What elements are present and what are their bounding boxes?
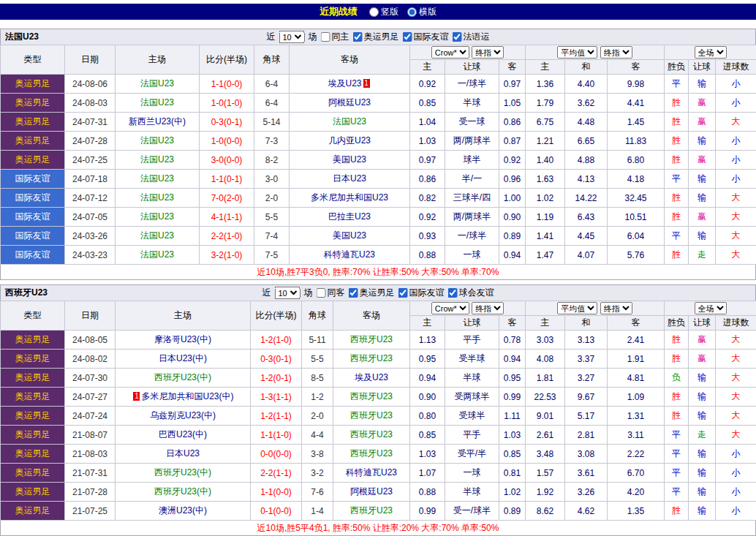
team-link[interactable]: 西班牙U23(中) bbox=[154, 372, 211, 382]
team-link[interactable]: 日本U23 bbox=[333, 173, 366, 184]
team-link[interactable]: 法国U23 bbox=[140, 249, 174, 260]
home-team-cell[interactable]: 西班牙U23(中) bbox=[116, 464, 251, 483]
home-team-cell[interactable]: 法国U23 bbox=[116, 227, 200, 246]
checkbox-input[interactable] bbox=[317, 288, 326, 298]
team-link[interactable]: 乌兹别克U23(中) bbox=[150, 410, 216, 420]
average-select[interactable]: 平均值 bbox=[557, 46, 597, 58]
home-team-cell[interactable]: 日本U23(中) bbox=[116, 350, 251, 369]
home-team-cell[interactable]: 1多米尼加共和国U23(中) bbox=[116, 388, 251, 407]
filter-checkbox[interactable]: 法语运 bbox=[453, 31, 490, 43]
home-team-cell[interactable]: 澳洲U23(中) bbox=[116, 502, 251, 521]
away-team-cell[interactable]: 巴拉圭U23 bbox=[290, 208, 410, 227]
filter-checkbox[interactable]: 球会友谊 bbox=[448, 287, 494, 299]
filter-checkbox[interactable]: 奥运男足 bbox=[353, 31, 399, 43]
team-link[interactable]: 法国U23 bbox=[140, 230, 174, 241]
team-link[interactable]: 澳洲U23(中) bbox=[159, 505, 207, 516]
layout-radio-horizontal[interactable]: 横版 bbox=[407, 6, 436, 18]
away-team-cell[interactable]: 埃及U23 bbox=[333, 369, 410, 388]
team-link[interactable]: 西班牙U23 bbox=[350, 429, 393, 439]
team-link[interactable]: 法国U23 bbox=[140, 154, 174, 165]
home-team-cell[interactable]: 巴西U23(中) bbox=[116, 426, 251, 445]
checkbox-input[interactable] bbox=[448, 288, 458, 298]
home-team-cell[interactable]: 法国U23 bbox=[116, 208, 200, 227]
away-team-cell[interactable]: 西班牙U23 bbox=[333, 407, 410, 426]
checkbox-input[interactable] bbox=[403, 32, 412, 42]
team-link[interactable]: 埃及U23 bbox=[328, 78, 361, 88]
home-team-cell[interactable]: 法国U23 bbox=[116, 132, 200, 151]
checkbox-input[interactable] bbox=[321, 32, 330, 42]
bookmaker-select[interactable]: Crow* bbox=[431, 302, 469, 314]
team-link[interactable]: 几内亚U23 bbox=[328, 135, 371, 146]
team-link[interactable]: 西班牙U23 bbox=[350, 505, 393, 516]
team-link[interactable]: 法国U23 bbox=[140, 211, 174, 222]
away-team-cell[interactable]: 科特迪瓦U23 bbox=[333, 464, 410, 483]
home-team-cell[interactable]: 西班牙U23(中) bbox=[116, 369, 251, 388]
odds-time-select[interactable]: 终指 bbox=[472, 302, 504, 314]
filter-checkbox[interactable]: 国际友谊 bbox=[398, 287, 445, 299]
checkbox-input[interactable] bbox=[453, 32, 462, 42]
team-link[interactable]: 埃及U23 bbox=[355, 372, 388, 382]
team-link[interactable]: 巴拉圭U23 bbox=[328, 211, 371, 222]
team-link[interactable]: 多米尼加共和国U23(中) bbox=[141, 391, 233, 401]
recent-count-select[interactable]: 10 bbox=[279, 31, 305, 43]
home-team-cell[interactable]: 法国U23 bbox=[116, 170, 200, 189]
away-team-cell[interactable]: 西班牙U23 bbox=[333, 350, 410, 369]
team-link[interactable]: 法国U23 bbox=[140, 173, 174, 184]
radio-input[interactable] bbox=[407, 7, 417, 17]
away-team-cell[interactable]: 阿根廷U23 bbox=[290, 94, 410, 113]
team-link[interactable]: 西班牙U23 bbox=[350, 448, 393, 458]
filter-checkbox[interactable]: 国际友谊 bbox=[403, 31, 449, 43]
team-link[interactable]: 西班牙U23 bbox=[350, 353, 393, 363]
away-team-cell[interactable]: 埃及U231 bbox=[290, 75, 410, 94]
home-team-cell[interactable]: 法国U23 bbox=[116, 75, 200, 94]
team-link[interactable]: 法国U23 bbox=[140, 192, 174, 203]
away-team-cell[interactable]: 阿根廷U23 bbox=[333, 483, 410, 502]
away-team-cell[interactable]: 西班牙U23 bbox=[333, 426, 410, 445]
team-link[interactable]: 西班牙U23 bbox=[350, 410, 393, 420]
team-link[interactable]: 西班牙U23(中) bbox=[154, 467, 211, 478]
odds-time-select-2[interactable]: 终指 bbox=[600, 46, 632, 58]
team-link[interactable]: 新西兰U23(中) bbox=[129, 116, 186, 127]
away-team-cell[interactable]: 法国U23 bbox=[290, 113, 410, 132]
team-link[interactable]: 西班牙U23(中) bbox=[154, 486, 211, 497]
home-team-cell[interactable]: 日本U23 bbox=[116, 445, 251, 464]
home-team-cell[interactable]: 法国U23 bbox=[116, 189, 200, 208]
average-select[interactable]: 平均值 bbox=[557, 302, 597, 314]
away-team-cell[interactable]: 美国U23 bbox=[290, 227, 410, 246]
odds-time-select-2[interactable]: 终指 bbox=[600, 302, 632, 314]
away-team-cell[interactable]: 西班牙U23 bbox=[333, 445, 410, 464]
team-link[interactable]: 日本U23(中) bbox=[159, 353, 207, 363]
team-link[interactable]: 法国U23 bbox=[140, 78, 174, 88]
home-team-cell[interactable]: 摩洛哥U23(中) bbox=[116, 331, 251, 350]
home-team-cell[interactable]: 西班牙U23(中) bbox=[116, 483, 251, 502]
team-link[interactable]: 阿根廷U23 bbox=[350, 486, 393, 497]
away-team-cell[interactable]: 西班牙U23 bbox=[333, 502, 410, 521]
team-link[interactable]: 摩洛哥U23(中) bbox=[154, 334, 211, 344]
away-team-cell[interactable]: 西班牙U23 bbox=[333, 388, 410, 407]
team-link[interactable]: 日本U23 bbox=[166, 448, 200, 458]
home-team-cell[interactable]: 法国U23 bbox=[116, 151, 200, 170]
away-team-cell[interactable]: 多米尼加共和国U23 bbox=[290, 189, 410, 208]
team-link[interactable]: 巴西U23(中) bbox=[159, 429, 207, 439]
home-team-cell[interactable]: 法国U23 bbox=[116, 94, 200, 113]
recent-count-select[interactable]: 10 bbox=[275, 287, 300, 299]
home-team-cell[interactable]: 新西兰U23(中) bbox=[116, 113, 200, 132]
team-link[interactable]: 阿根廷U23 bbox=[328, 97, 371, 107]
team-link[interactable]: 西班牙U23 bbox=[350, 391, 393, 401]
team-link[interactable]: 法国U23 bbox=[333, 116, 366, 127]
team-link[interactable]: 美国U23 bbox=[333, 154, 366, 165]
checkbox-input[interactable] bbox=[353, 32, 363, 42]
home-team-cell[interactable]: 乌兹别克U23(中) bbox=[116, 407, 251, 426]
team-link[interactable]: 西班牙U23 bbox=[350, 334, 393, 344]
checkbox-input[interactable] bbox=[349, 288, 358, 298]
filter-checkbox[interactable]: 奥运男足 bbox=[349, 287, 395, 299]
away-team-cell[interactable]: 美国U23 bbox=[290, 151, 410, 170]
scope-select[interactable]: 全场 bbox=[695, 46, 727, 58]
team-link[interactable]: 法国U23 bbox=[140, 97, 174, 107]
odds-time-select[interactable]: 终指 bbox=[472, 46, 504, 58]
away-team-cell[interactable]: 几内亚U23 bbox=[290, 132, 410, 151]
bookmaker-select[interactable]: Crow* bbox=[431, 46, 469, 58]
away-team-cell[interactable]: 日本U23 bbox=[290, 170, 410, 189]
filter-checkbox[interactable]: 同客 bbox=[317, 287, 345, 299]
home-team-cell[interactable]: 法国U23 bbox=[116, 246, 200, 265]
